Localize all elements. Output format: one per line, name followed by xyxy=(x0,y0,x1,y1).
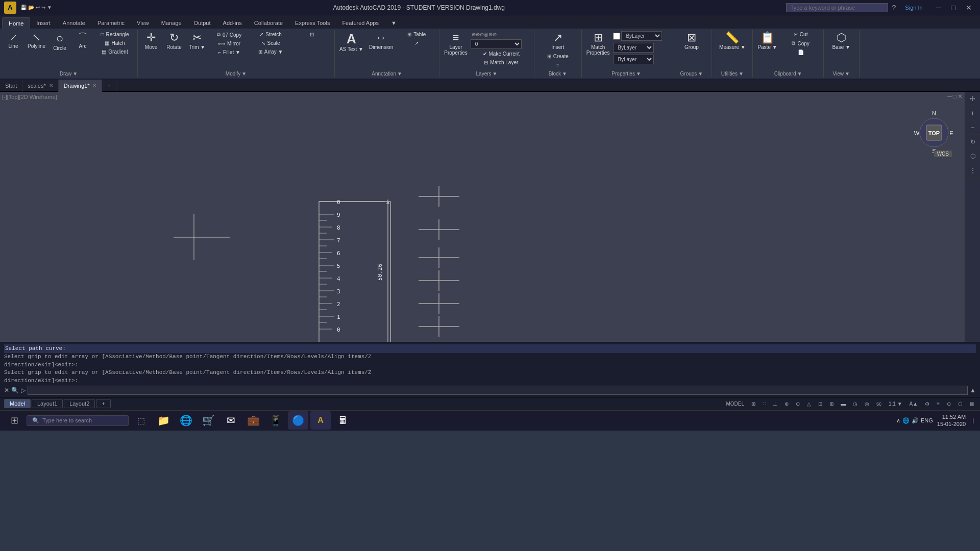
modify-erase-btn[interactable]: ⊡ xyxy=(291,31,332,38)
clean-btn[interactable]: ⊠ xyxy=(968,400,976,407)
layer-dropdown[interactable]: 0 xyxy=(471,39,522,49)
workspace-btn[interactable]: ⚙ xyxy=(923,400,932,407)
make-current-btn[interactable]: ✔ Make Current xyxy=(471,50,532,58)
modify-trim-btn[interactable]: ✂ Trim ▼ xyxy=(186,31,208,52)
zoom-out-btn[interactable]: − xyxy=(966,120,980,135)
qp-btn[interactable]: ◎ xyxy=(863,400,871,407)
table-btn[interactable]: ⊞ Table xyxy=(396,31,437,38)
tab-parametric[interactable]: Parametric xyxy=(91,17,131,29)
insert-btn[interactable]: ↗ Insert xyxy=(547,31,569,52)
modify-array-btn[interactable]: ⊞ Array ▼ xyxy=(250,48,291,56)
tray-volume[interactable]: 🔊 xyxy=(912,417,919,424)
taskbar-whatsapp[interactable]: 📱 xyxy=(265,411,286,430)
draw-polyline-btn[interactable]: ⤡ Polyline xyxy=(25,31,48,51)
otrack-btn[interactable]: △ xyxy=(805,400,813,407)
draw-arc-btn[interactable]: ⌒ Arc xyxy=(71,31,94,51)
undo-title[interactable]: ↩ xyxy=(36,5,40,10)
hardware-btn[interactable]: ⬡ xyxy=(956,400,965,407)
pastespec-btn[interactable]: 📄 xyxy=(780,48,821,56)
ducs-btn[interactable]: ⊡ xyxy=(816,400,824,407)
create-btn[interactable]: ⊞ Create xyxy=(537,53,578,60)
tab-featured[interactable]: Featured Apps xyxy=(336,17,385,29)
cmd-expand-btn[interactable]: ▲ xyxy=(970,387,976,394)
cmd-input[interactable] xyxy=(28,386,968,395)
draw-hatch-btn[interactable]: ▦ Hatch xyxy=(94,39,135,47)
modify-fillet-btn[interactable]: ⌐ Fillet ▼ xyxy=(209,48,250,56)
tab-addins[interactable]: Add-ins xyxy=(217,17,248,29)
taskbar-calc[interactable]: 🖩 xyxy=(333,411,353,430)
layout2-tab[interactable]: Layout2 xyxy=(64,399,95,408)
grid-btn[interactable]: ⊞ xyxy=(749,400,757,407)
ui-btn[interactable]: ≡ xyxy=(935,400,942,407)
add-layout-btn[interactable]: + xyxy=(96,399,110,408)
draw-line-btn[interactable]: ⟋ Line xyxy=(2,31,24,51)
view-cube-btn[interactable]: ⬡ xyxy=(966,149,980,163)
redo-title[interactable]: ↪ xyxy=(41,5,45,10)
anno-scale-btn[interactable]: 1:1 ▼ xyxy=(887,400,904,407)
more-quick[interactable]: ▼ xyxy=(47,5,52,10)
pan-btn[interactable]: ☩ xyxy=(966,92,980,106)
taskbar-store[interactable]: 🛒 xyxy=(198,411,218,430)
maximize-btn[interactable]: □ xyxy=(947,4,960,12)
modify-mirror-btn[interactable]: ⟺ Mirror xyxy=(209,40,250,47)
tab-scales[interactable]: scales* ✕ xyxy=(22,80,58,92)
ortho-btn[interactable]: ⊥ xyxy=(771,400,779,407)
dimension-btn[interactable]: ↔ Dimension xyxy=(366,31,396,52)
view-base-btn[interactable]: ⬡ Base ▼ xyxy=(829,31,852,52)
tray-arrow[interactable]: ∧ xyxy=(896,417,900,424)
add-tab-btn[interactable]: + xyxy=(102,80,116,92)
tab-home[interactable]: Home xyxy=(2,17,30,29)
cut-btn[interactable]: ✂ Cut xyxy=(780,31,821,38)
tab-collaborate[interactable]: Collaborate xyxy=(248,17,289,29)
modify-rotate-btn[interactable]: ↻ Rotate xyxy=(163,31,185,52)
taskbar-autocad[interactable]: A xyxy=(310,411,331,430)
minimize-btn[interactable]: ─ xyxy=(932,4,945,12)
tray-network[interactable]: 🌐 xyxy=(902,417,910,424)
modify-scale-btn[interactable]: ⤡ Scale xyxy=(250,39,291,47)
cmd-search-btn[interactable]: 🔍 xyxy=(11,387,19,394)
show-desktop-btn[interactable]: | xyxy=(970,417,976,423)
taskbar-chrome[interactable]: 🔵 xyxy=(288,411,308,430)
linetype-dropdown[interactable]: ByLayer xyxy=(613,43,654,53)
modify-stretch-btn[interactable]: ⤢ Stretch xyxy=(250,31,291,38)
draw-rect-btn[interactable]: □ Rectangle xyxy=(94,31,135,38)
model-space-btn[interactable]: MODEL xyxy=(724,400,746,407)
close-scales-tab[interactable]: ✕ xyxy=(49,83,53,88)
close-drawing1-tab[interactable]: ✕ xyxy=(92,83,96,88)
taskbar-browser[interactable]: 🌐 xyxy=(176,411,196,430)
signin-btn[interactable]: Sign In xyxy=(905,5,922,11)
attdef-btn[interactable]: ≡ xyxy=(537,61,578,69)
tab-start[interactable]: Start xyxy=(0,80,22,92)
tab-annotate[interactable]: Annotate xyxy=(57,17,91,29)
tab-more[interactable]: ▼ xyxy=(385,17,403,29)
viewport-minimize[interactable]: ─ xyxy=(947,93,952,100)
start-btn[interactable]: ⊞ xyxy=(4,411,24,430)
close-btn[interactable]: ✕ xyxy=(962,4,976,12)
orbit-btn[interactable]: ↻ xyxy=(966,135,980,149)
help-icon[interactable]: ? xyxy=(892,4,896,12)
taskbar-search[interactable]: 🔍 Type here to search xyxy=(27,415,129,426)
isolate-btn[interactable]: ⊙ xyxy=(945,400,953,407)
tab-view[interactable]: View xyxy=(131,17,155,29)
color-dropdown[interactable]: ByLayer xyxy=(621,31,662,41)
sc-btn[interactable]: sc xyxy=(874,400,884,407)
quick-save[interactable]: 💾 xyxy=(20,5,27,10)
cmd-close-btn[interactable]: ✕ xyxy=(4,387,9,394)
keyword-search[interactable] xyxy=(786,3,888,12)
anno-vis-btn[interactable]: A▲ xyxy=(908,400,920,407)
lineweight-dropdown[interactable]: ByLayer xyxy=(613,55,654,64)
tab-manage[interactable]: Manage xyxy=(155,17,188,29)
nav-bar-btn[interactable]: ⋮ xyxy=(966,163,980,178)
tab-output[interactable]: Output xyxy=(188,17,217,29)
task-view-btn[interactable]: ⬚ xyxy=(131,411,151,430)
snap-btn[interactable]: ∷ xyxy=(761,400,768,407)
tray-lang[interactable]: ENG xyxy=(921,417,933,423)
quick-open[interactable]: 📂 xyxy=(28,5,34,10)
draw-circle-btn[interactable]: ○ Circle xyxy=(48,31,71,53)
lw-btn[interactable]: ▬ xyxy=(839,400,848,407)
leader-btn[interactable]: ↗ xyxy=(396,39,437,47)
paste-btn[interactable]: 📋 Paste ▼ xyxy=(755,31,779,52)
zoom-in-btn[interactable]: + xyxy=(966,106,980,120)
viewport-maximize[interactable]: □ xyxy=(953,93,957,100)
viewport-close[interactable]: ✕ xyxy=(958,93,963,100)
